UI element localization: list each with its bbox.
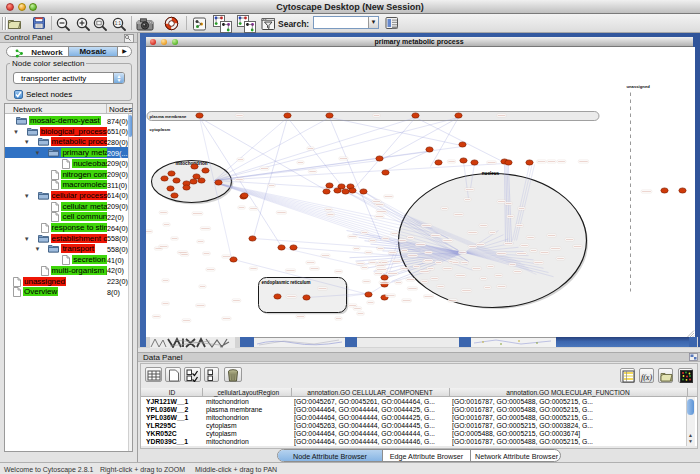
svg-text:endoplasmic reticulum: endoplasmic reticulum xyxy=(261,280,310,285)
svg-text:nucleus: nucleus xyxy=(481,171,499,176)
svg-text:plasma membrane: plasma membrane xyxy=(149,114,186,119)
svg-text:unassigned: unassigned xyxy=(626,83,650,88)
svg-text:f(x): f(x) xyxy=(641,373,652,382)
svg-text:cytoplasm: cytoplasm xyxy=(149,126,170,131)
svg-text:1:1: 1:1 xyxy=(115,21,122,26)
